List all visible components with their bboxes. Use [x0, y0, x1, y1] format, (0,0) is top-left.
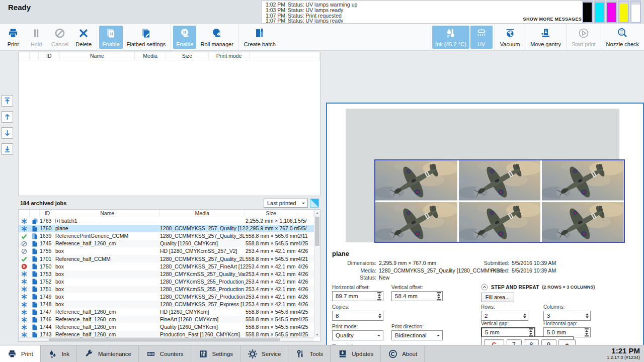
- queue-column-icon[interactable]: [19, 52, 30, 60]
- tab-maintenance[interactable]: Maintenance: [77, 345, 139, 362]
- archive-row[interactable]: 1748box1280_CCMMYKSS_257_Express [1280_C…: [19, 301, 314, 308]
- tab-settings[interactable]: Settings: [191, 345, 241, 362]
- scrollbar-thumb[interactable]: [315, 217, 319, 246]
- vacuum-button[interactable]: Vacuum: [497, 26, 523, 49]
- archive-row[interactable]: 1639ReferencePrintGeneric_CCMM1280_CCMMY…: [19, 232, 314, 240]
- archive-column-media[interactable]: Media: [160, 210, 246, 217]
- expander-icon[interactable]: [55, 219, 60, 223]
- hold-button[interactable]: Hold: [25, 26, 47, 49]
- archive-row[interactable]: 1750box1280_CCMMYKSS_257_FineArt [1280_C…: [19, 263, 314, 270]
- archive-row[interactable]: 1745Reference_half_1260_cmQuality [1260_…: [19, 240, 314, 247]
- archive-column-name[interactable]: Name: [55, 210, 160, 217]
- show-more-messages-link[interactable]: SHOW MORE MESSAGES: [523, 17, 582, 22]
- horizontal-scrollbar[interactable]: [19, 337, 314, 341]
- archive-row[interactable]: 1760plane1280_CCMMYKSS_257_Quality [1280…: [19, 225, 314, 232]
- print-button[interactable]: Print: [2, 26, 24, 49]
- tab-tools[interactable]: Tools: [288, 345, 331, 362]
- archive-row[interactable]: 1751box1280_CMYKcmSS_255_Production [128…: [19, 286, 314, 293]
- ink-45-2-c-button[interactable]: Ink (45.2 °C): [432, 26, 469, 49]
- enable-button[interactable]: Enable: [173, 26, 196, 49]
- print-direction-select[interactable]: Bidirectional: [391, 330, 443, 340]
- tab-updates[interactable]: Updates: [331, 345, 381, 362]
- stepper-icon[interactable]: [523, 313, 526, 318]
- queue-column-name[interactable]: Name: [60, 52, 135, 60]
- stepper-limit-icon[interactable]: [529, 328, 533, 336]
- archive-row[interactable]: 1747Reference_half_1260_cmHD [1260_CMYKc…: [19, 308, 314, 316]
- scrollbar-thumb[interactable]: [49, 338, 280, 341]
- archive-row[interactable]: 1701Reference_half_CCMM1280_CCMMYKSS_257…: [19, 255, 314, 262]
- archive-column-icon[interactable]: [297, 210, 314, 217]
- queue-column-icon[interactable]: [250, 52, 320, 60]
- tab-service[interactable]: Service: [240, 345, 288, 362]
- columns-input[interactable]: 3: [543, 311, 591, 321]
- archive-row[interactable]: 1755boxHD [1280_CMYKcmSS_257_V2]253.4 mm…: [19, 247, 314, 255]
- flatbed-settings-button[interactable]: Flatbed settings: [124, 26, 169, 49]
- tab-counters[interactable]: 000Counters: [139, 345, 191, 362]
- preview-copy-2[interactable]: [459, 160, 541, 201]
- preview-copy-3[interactable]: [542, 160, 624, 201]
- chevron-down-icon[interactable]: [375, 331, 382, 339]
- sort-direction-button[interactable]: [310, 199, 319, 208]
- cancel-button[interactable]: Cancel: [48, 26, 71, 49]
- queue-column-print-mode[interactable]: Print mode: [209, 52, 250, 60]
- scroll-down-icon[interactable]: ▼: [314, 331, 320, 337]
- archive-row[interactable]: 1744Reference_half_1260_cmQuality [1260_…: [19, 323, 314, 331]
- move-up-button[interactable]: [2, 111, 13, 123]
- collapse-icon[interactable]: [481, 284, 488, 291]
- vertical-offset-input[interactable]: 58.4 mm: [391, 291, 443, 301]
- create-batch-button[interactable]: Create batch: [241, 26, 279, 49]
- archive-row[interactable]: 1749box1280_CCMMYKSS_257_ProductionSmoot…: [19, 293, 314, 301]
- move-gantry-button[interactable]: Move gantry: [527, 26, 564, 49]
- rows-input[interactable]: 2: [481, 311, 528, 321]
- step-repeat-header[interactable]: STEP AND REPEAT (2 ROWS × 3 COLUMNS): [481, 284, 595, 291]
- preview-copy-4[interactable]: [375, 202, 457, 242]
- horizontal-offset-input[interactable]: 89.7 mm: [332, 291, 383, 301]
- chevron-down-icon[interactable]: [434, 331, 442, 339]
- tab-about[interactable]: About: [381, 345, 425, 362]
- scroll-up-icon[interactable]: ▲: [314, 210, 320, 216]
- delete-button[interactable]: Delete: [72, 26, 95, 49]
- stepper-limit-icon[interactable]: [377, 292, 381, 300]
- move-down-button[interactable]: [2, 127, 13, 139]
- queue-column-id[interactable]: ID: [39, 52, 60, 60]
- horizontal-gap-input[interactable]: 5.0 mm: [543, 327, 591, 337]
- archive-column-icon[interactable]: [19, 210, 30, 217]
- nozzle-check-button[interactable]: Nozzle check: [603, 26, 642, 49]
- preview-copy-6[interactable]: [542, 202, 624, 242]
- print-mode-select[interactable]: Quality: [332, 330, 383, 340]
- start-print-button[interactable]: Start print: [569, 26, 599, 49]
- vertical-scrollbar[interactable]: ▲ ▼: [314, 210, 320, 337]
- archive-row[interactable]: 1743Reference_half_1260_cmProduction_Fas…: [19, 331, 314, 337]
- archive-row[interactable]: 1746Reference_half_1260_cmFineArt [1260_…: [19, 316, 314, 323]
- message-log: 1:02 PMStatus: UV lamps warming up1:03 P…: [261, 1, 586, 24]
- step-repeat-preview[interactable]: [374, 159, 625, 243]
- stepper-icon[interactable]: [378, 313, 381, 318]
- archive-row[interactable]: 1752box1280_CMYKcmSS_255_Production_Fast…: [19, 278, 314, 286]
- archive-column-id[interactable]: ID: [40, 210, 55, 217]
- roll-manager-button[interactable]: Roll manager: [197, 26, 236, 49]
- tab-ink[interactable]: Ink: [41, 345, 77, 362]
- copies-input[interactable]: 8: [332, 311, 383, 321]
- move-to-bottom-button[interactable]: [2, 143, 13, 155]
- stepper-limit-icon[interactable]: [437, 292, 441, 300]
- uv-button[interactable]: UV: [470, 26, 493, 49]
- vertical-gap-input[interactable]: 5 mm: [481, 327, 535, 337]
- archive-column-icon[interactable]: [30, 210, 40, 217]
- queue-column-icon[interactable]: [30, 52, 39, 60]
- file-batch-icon: [30, 218, 40, 224]
- move-to-top-button[interactable]: [2, 95, 13, 107]
- stepper-icon[interactable]: [586, 313, 589, 318]
- job-queue-table[interactable]: IDNameMediaSizePrint mode: [18, 52, 320, 196]
- stepper-limit-icon[interactable]: [585, 328, 589, 336]
- queue-column-media[interactable]: Media: [135, 52, 166, 60]
- preview-copy-1[interactable]: [375, 160, 457, 201]
- tab-print[interactable]: Print: [0, 345, 41, 362]
- preview-copy-5[interactable]: [459, 202, 541, 242]
- archive-row[interactable]: 1753box1280_CMYKcmSS_257_Quality_Varnish…: [19, 270, 314, 278]
- archive-row[interactable]: 1763batch12,255.2 mm × 1,106.1 mm5/5/: [19, 217, 314, 225]
- queue-column-size[interactable]: Size: [166, 52, 209, 60]
- fill-area-button[interactable]: Fill area...: [481, 293, 514, 302]
- archive-column-size[interactable]: Size: [245, 210, 297, 217]
- enable-button[interactable]: Enable: [99, 26, 122, 49]
- sort-dropdown[interactable]: Last printed: [264, 199, 308, 208]
